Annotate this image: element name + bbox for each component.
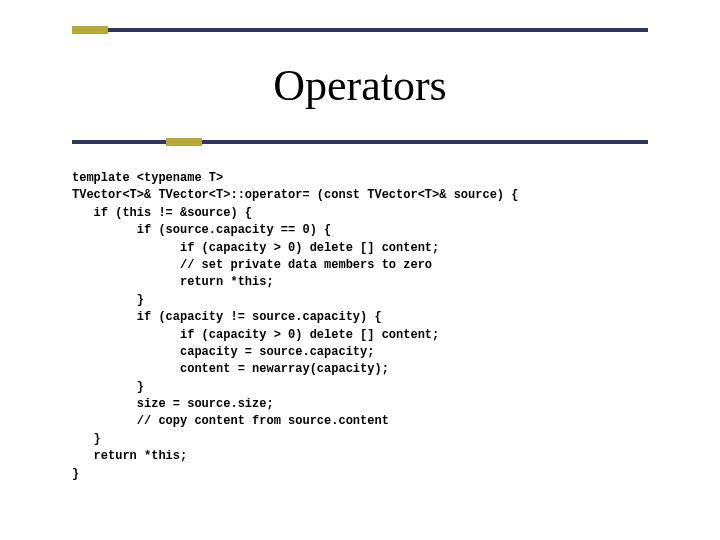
top-rule [72,28,648,32]
top-accent-marker [72,26,108,34]
slide-title: Operators [0,60,720,111]
mid-rule [72,140,648,144]
mid-accent-marker [166,138,202,146]
code-listing: template <typename T> TVector<T>& TVecto… [72,170,672,483]
